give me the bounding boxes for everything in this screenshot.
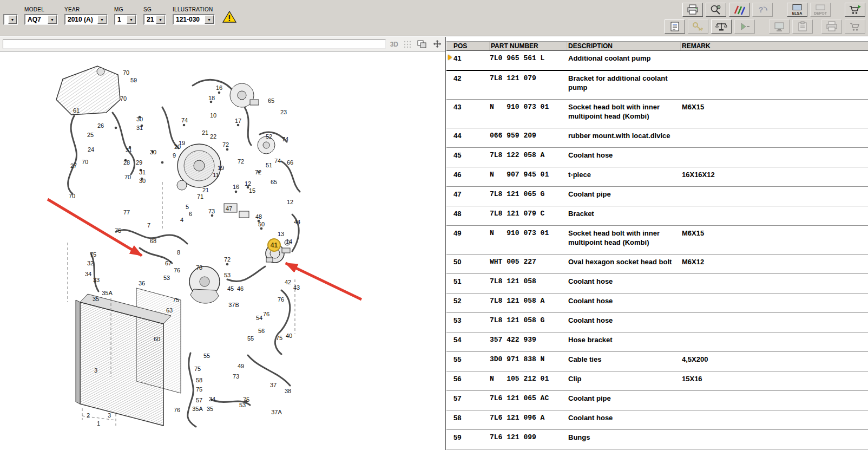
print-preview-button[interactable] <box>821 19 842 34</box>
diagram-callout: 77 <box>123 209 130 216</box>
scale-button[interactable] <box>711 19 732 34</box>
tile-windows-button[interactable] <box>417 40 428 49</box>
help-refresh-button[interactable]: ? <box>752 3 773 17</box>
illustration-toolbar: 3D <box>0 37 445 52</box>
table-row[interactable]: 587L6 121 096 ACoolant hose <box>446 410 868 430</box>
key-button[interactable] <box>688 19 708 34</box>
table-row[interactable]: 537L8 121 058 GCoolant hose <box>446 313 868 332</box>
clipboard-button[interactable] <box>792 19 813 34</box>
sg-label: SG <box>143 6 166 12</box>
diagram-callout: 31 <box>126 147 132 153</box>
table-row[interactable]: 49N 910 073 01Socket head bolt with inne… <box>446 226 868 255</box>
diagram-canvas[interactable]: 7059706130312625243130702728297031307016… <box>0 52 445 449</box>
monitor-button[interactable] <box>769 19 790 34</box>
depot-button[interactable]: DEPOT <box>810 3 831 17</box>
diagram-callout: 1 <box>97 420 100 427</box>
diagram-callout: 37B <box>228 302 239 308</box>
scale-icon <box>715 21 728 32</box>
table-row[interactable]: 553D0 971 838 NCable ties4,5X200 <box>446 352 868 371</box>
table-row[interactable]: 477L8 121 065 GCoolant pipe <box>446 187 868 206</box>
print-preview-icon <box>825 21 838 32</box>
field-mg: MG 1 ▼ <box>114 6 137 25</box>
pos-cell: 57 <box>446 394 490 403</box>
table-row[interactable]: 427L8 121 079Bracket for additional cool… <box>446 71 868 100</box>
sg-dropdown[interactable]: 21 ▼ <box>143 14 166 25</box>
illustration-dropdown[interactable]: 121-030 ▼ <box>173 14 215 25</box>
mode-3d-button[interactable]: 3D <box>390 41 398 48</box>
diagram-callout: 56 <box>258 328 265 334</box>
chevron-down-icon[interactable]: ▼ <box>97 15 107 24</box>
part-number-cell: 7L8 121 079 <box>490 74 567 92</box>
cart-button[interactable] <box>845 19 865 34</box>
continue-button[interactable] <box>734 19 755 34</box>
pos-cell: 50 <box>446 257 490 266</box>
table-row[interactable]: 50WHT 005 227Oval hexagon socket head bo… <box>446 255 868 274</box>
part-number-cell: 7L8 122 058 A <box>490 151 567 160</box>
pos-cell: 42 <box>446 74 490 92</box>
pos-cell: 47 <box>446 190 490 199</box>
diagram-callout: 7 <box>147 222 150 229</box>
markers-button[interactable] <box>729 3 749 17</box>
dotted-grid-button[interactable] <box>403 40 412 49</box>
table-row[interactable]: 56N 105 212 01Clip15X16 <box>446 371 868 391</box>
order-list-icon <box>668 21 681 32</box>
diagram-callout: 66 <box>287 159 293 166</box>
remark-cell <box>681 316 868 325</box>
table-row[interactable]: 457L8 122 058 ACoolant hose <box>446 148 868 167</box>
diagram-callout: 15 <box>249 187 255 194</box>
chevron-down-icon[interactable]: ▼ <box>127 15 136 24</box>
diagram-callout: 13 <box>278 231 284 237</box>
diagram-callout: 34 <box>85 271 91 277</box>
diagram-callout: 3 <box>108 412 111 419</box>
diagram-callout: 75 <box>276 335 282 341</box>
table-row[interactable]: 43N 910 073 01Socket head bolt with inne… <box>446 100 868 128</box>
diagram-callout: 9 <box>173 152 176 159</box>
toolbar-spacer <box>775 3 784 17</box>
table-row[interactable]: 417L0 965 561 LAdditional coolant pump <box>446 51 868 71</box>
diagram-callout: 75 <box>243 396 249 403</box>
selected-row-marker <box>448 55 452 60</box>
add-to-cart-button[interactable] <box>845 3 865 17</box>
table-row[interactable]: 487L8 121 079 CBracket <box>446 206 868 226</box>
column-header-part-number: PART NUMBER <box>490 42 567 50</box>
table-row[interactable]: 54357 422 939Hose bracket <box>446 332 868 352</box>
year-dropdown[interactable]: 2010 (A) ▼ <box>64 14 108 25</box>
chevron-down-icon[interactable]: ▼ <box>205 15 214 24</box>
diagram-callout: 71 <box>197 193 203 200</box>
cart-icon <box>849 21 862 32</box>
model-dropdown[interactable]: AQ7 ▼ <box>24 14 58 25</box>
part-search-button[interactable] <box>706 3 726 17</box>
elsa-button[interactable]: ELSA <box>787 3 807 17</box>
diagram-callout: 70 <box>123 69 129 76</box>
pan-move-button[interactable] <box>432 39 443 50</box>
diagram-callout: 76 <box>278 296 284 303</box>
quick-nav-dropdown[interactable]: ▼ <box>3 14 18 25</box>
mg-dropdown[interactable]: 1 ▼ <box>114 14 137 25</box>
diagram-callout: 4 <box>180 217 183 223</box>
chevron-down-icon[interactable]: ▼ <box>48 15 57 24</box>
order-list-button[interactable] <box>665 19 685 34</box>
chevron-down-icon[interactable]: ▼ <box>8 15 17 24</box>
diagram-callout: 34 <box>209 396 215 402</box>
chevron-down-icon[interactable]: ▼ <box>156 15 165 24</box>
diagram-callout: 58 <box>196 377 202 383</box>
diagram-callout: 36 <box>139 280 145 286</box>
table-row[interactable]: 597L6 121 099Bungs <box>446 430 868 449</box>
table-row[interactable]: 577L6 121 065 ACCoolant pipe <box>446 391 868 410</box>
diagram-callout: 61 <box>73 107 80 114</box>
remark-cell <box>681 335 868 344</box>
diagram-callout: 75 <box>196 386 202 393</box>
description-cell: Cable ties <box>567 355 681 364</box>
remark-cell <box>681 74 868 92</box>
table-row[interactable]: 44066 959 209rubber mount.with locat.div… <box>446 128 868 148</box>
table-row[interactable]: 517L8 121 058Coolant hose <box>446 274 868 294</box>
diagram-callout: 32 <box>87 260 94 266</box>
table-row[interactable]: 527L8 121 058 ACoolant hose <box>446 294 868 313</box>
toolbar-spacer <box>833 3 842 17</box>
description-cell: Coolant hose <box>567 151 681 160</box>
svg-text:DEPOT: DEPOT <box>814 11 827 15</box>
diagram-callout: 47 <box>226 205 232 212</box>
print-button[interactable] <box>682 3 703 17</box>
diagram-callout: 70 <box>120 95 127 102</box>
table-row[interactable]: 46N 907 945 01t-piece16X16X12 <box>446 167 868 187</box>
